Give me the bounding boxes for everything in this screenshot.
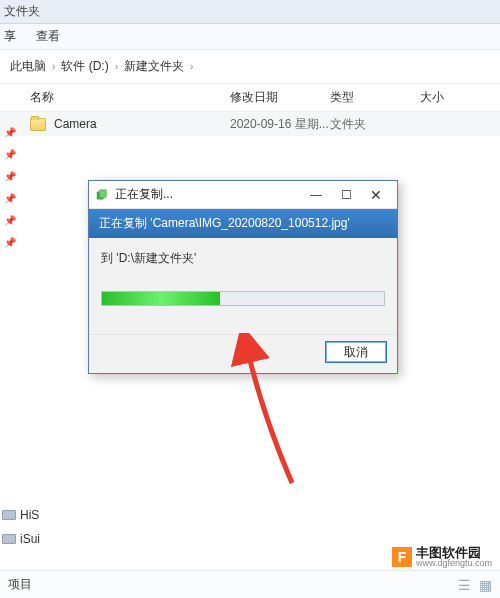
col-header-name[interactable]: 名称 [30,89,230,106]
crumb-root[interactable]: 此电脑 [10,58,46,75]
copy-dialog: 正在复制... — ☐ ✕ 正在复制 'Camera\IMG_20200820_… [88,180,398,374]
dialog-title: 正在复制... [115,186,301,203]
status-text: 项目 [8,576,32,593]
chevron-right-icon: › [52,61,55,72]
col-header-date[interactable]: 修改日期 [230,89,330,106]
copy-icon [95,188,109,202]
list-item[interactable]: Camera 2020-09-16 星期... 文件夹 [0,112,500,136]
progress-fill [102,292,220,305]
details-view-icon[interactable]: ☰ [458,577,471,593]
progress-bar [101,291,385,306]
crumb-drive[interactable]: 软件 (D:) [61,58,108,75]
chevron-right-icon: › [115,61,118,72]
drive-icon [2,534,16,544]
menu-bar: 享 查看 [0,24,500,50]
pin-icon[interactable]: 📌 [4,193,14,203]
maximize-button[interactable]: ☐ [331,184,361,206]
menu-share[interactable]: 享 [4,28,16,45]
file-type: 文件夹 [330,116,420,133]
column-headers: 名称 修改日期 类型 大小 [0,84,500,112]
cancel-button[interactable]: 取消 [325,341,387,363]
col-header-size[interactable]: 大小 [420,89,444,106]
crumb-folder[interactable]: 新建文件夹 [124,58,184,75]
dialog-headline: 正在复制 'Camera\IMG_20200820_100512.jpg' [89,209,397,238]
col-header-type[interactable]: 类型 [330,89,420,106]
watermark-logo-icon: F [392,547,412,567]
title-strip-label: 文件夹 [4,3,40,20]
watermark-url: www.dgfengtu.com [416,559,492,568]
pin-icon[interactable]: 📌 [4,149,14,159]
quick-access-pins: 📌 📌 📌 📌 📌 📌 [0,115,20,259]
menu-view[interactable]: 查看 [36,28,60,45]
drive-label: iSui [20,532,40,546]
folder-icon [30,118,46,131]
file-list: Camera 2020-09-16 星期... 文件夹 [0,112,500,136]
pin-icon[interactable]: 📌 [4,237,14,247]
sidebar-item-drive[interactable]: HiS [2,508,40,522]
file-name: Camera [54,117,230,131]
watermark: F 丰图软件园 www.dgfengtu.com [392,546,492,568]
pin-icon[interactable]: 📌 [4,171,14,181]
pin-icon[interactable]: 📌 [4,215,14,225]
breadcrumb[interactable]: 此电脑 › 软件 (D:) › 新建文件夹 › [0,50,500,84]
view-switcher: ☰ ▦ [458,577,492,593]
close-button[interactable]: ✕ [361,184,391,206]
dialog-titlebar[interactable]: 正在复制... — ☐ ✕ [89,181,397,209]
drive-label: HiS [20,508,39,522]
sidebar-item-drive[interactable]: iSui [2,532,40,546]
file-date: 2020-09-16 星期... [230,116,330,133]
svg-rect-1 [99,189,106,197]
pin-icon[interactable]: 📌 [4,127,14,137]
icons-view-icon[interactable]: ▦ [479,577,492,593]
status-bar: 项目 ☰ ▦ [0,570,500,598]
chevron-right-icon: › [190,61,193,72]
minimize-button[interactable]: — [301,184,331,206]
title-strip: 文件夹 [0,0,500,24]
dialog-destination: 到 'D:\新建文件夹' [101,250,385,267]
sidebar-drives: HiS iSui [0,508,40,546]
drive-icon [2,510,16,520]
